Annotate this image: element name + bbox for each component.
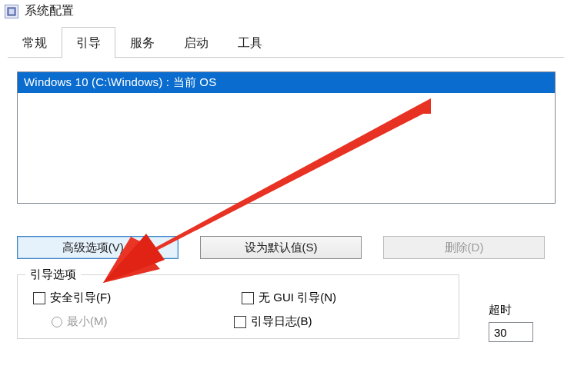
boot-log-label: 引导日志(B) — [251, 314, 312, 329]
radio-circle-icon — [52, 317, 62, 327]
tab-general[interactable]: 常规 — [8, 27, 62, 58]
no-gui-label: 无 GUI 引导(N) — [259, 291, 336, 305]
set-default-button[interactable]: 设为默认值(S) — [200, 236, 362, 259]
tab-services[interactable]: 服务 — [115, 27, 169, 58]
boot-options-legend: 引导选项 — [25, 267, 81, 282]
timeout-input[interactable] — [489, 322, 533, 342]
titlebar: 系统配置 — [0, 0, 564, 27]
checkbox-box-icon — [33, 292, 45, 304]
minimal-label: 最小(M) — [67, 314, 108, 329]
boot-options-group: 引导选项 安全引导(F) 无 GUI 引导(N) 最小(M) 引导日志(B) — [17, 274, 459, 339]
timeout-label: 超时 — [489, 303, 533, 317]
tab-startup[interactable]: 启动 — [169, 27, 223, 58]
os-entry-selected[interactable]: Windows 10 (C:\Windows) : 当前 OS — [18, 72, 555, 93]
msconfig-icon — [5, 5, 18, 18]
boot-panel: Windows 10 (C:\Windows) : 当前 OS 高级选项(V).… — [0, 58, 564, 339]
svg-rect-1 — [9, 9, 14, 14]
boot-buttons-row: 高级选项(V)... 设为默认值(S) 删除(D) — [17, 236, 564, 259]
no-gui-checkbox[interactable]: 无 GUI 引导(N) — [242, 291, 336, 305]
checkbox-box-icon — [242, 292, 254, 304]
checkbox-box-icon — [234, 316, 246, 328]
window-title: 系统配置 — [25, 3, 74, 19]
boot-log-checkbox[interactable]: 引导日志(B) — [234, 314, 312, 329]
timeout-section: 超时 — [489, 303, 533, 342]
tab-tools[interactable]: 工具 — [223, 27, 277, 58]
boot-options-row2: 最小(M) 引导日志(B) — [33, 314, 443, 329]
delete-button: 删除(D) — [383, 236, 545, 259]
safe-boot-checkbox[interactable]: 安全引导(F) — [33, 291, 111, 305]
os-listbox[interactable]: Windows 10 (C:\Windows) : 当前 OS — [17, 71, 556, 204]
safe-boot-label: 安全引导(F) — [50, 291, 111, 305]
tabs-bar: 常规 引导 服务 启动 工具 — [0, 27, 564, 58]
tab-boot[interactable]: 引导 — [62, 27, 115, 58]
boot-options-row1: 安全引导(F) 无 GUI 引导(N) — [33, 291, 443, 305]
minimal-radio: 最小(M) — [52, 314, 108, 329]
advanced-options-button[interactable]: 高级选项(V)... — [17, 236, 179, 259]
